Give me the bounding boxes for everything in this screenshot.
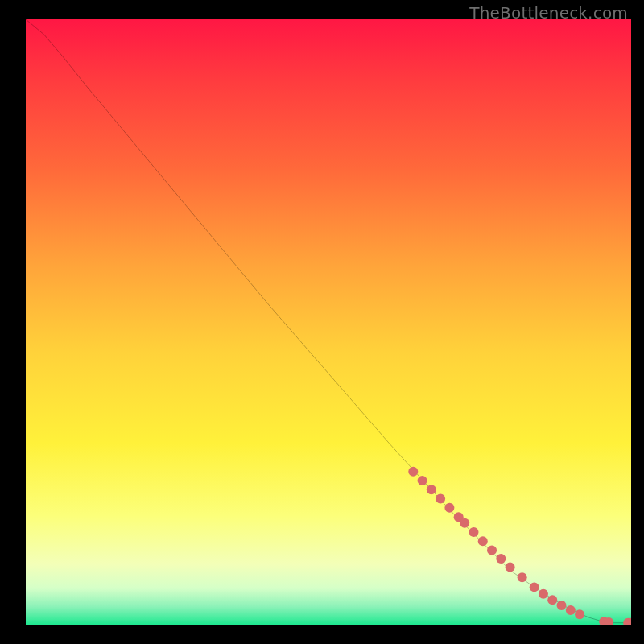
marker-point — [547, 595, 557, 605]
marker-point — [566, 605, 576, 615]
marker-point — [539, 589, 548, 599]
marker-point — [530, 582, 539, 592]
marker-point — [427, 485, 436, 494]
marker-point — [487, 546, 497, 555]
marker-point — [444, 503, 454, 513]
marker-point — [469, 527, 478, 537]
marker-point — [575, 609, 584, 619]
plot-area — [26, 19, 631, 625]
watermark-text: TheBottleneck.com — [469, 3, 628, 23]
marker-point — [478, 536, 488, 546]
marker-point — [418, 476, 427, 485]
marker-point — [436, 494, 445, 504]
marker-point — [506, 563, 515, 572]
chart-stage: TheBottleneck.com — [0, 0, 644, 644]
marker-point — [460, 518, 469, 528]
marker-points — [408, 467, 631, 625]
marker-point — [518, 572, 527, 582]
curve-line — [26, 19, 631, 623]
marker-point — [496, 554, 506, 564]
marker-point — [408, 467, 418, 477]
marker-point — [557, 601, 567, 610]
plot-overlay — [26, 19, 631, 625]
